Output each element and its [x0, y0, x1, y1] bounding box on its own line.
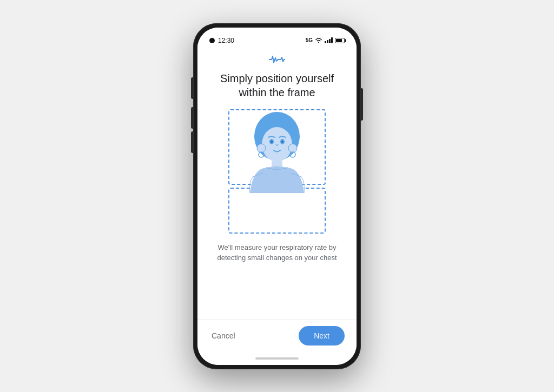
bottom-bar: Cancel Next — [197, 319, 357, 354]
camera-icon — [209, 38, 215, 43]
svg-point-6 — [257, 144, 266, 152]
svg-point-5 — [281, 141, 283, 143]
svg-point-7 — [288, 144, 297, 152]
battery-icon — [335, 38, 345, 43]
svg-point-4 — [271, 141, 273, 143]
status-bar: 12:30 5G — [197, 28, 357, 49]
svg-point-1 — [262, 127, 292, 162]
status-right: 5G — [306, 37, 345, 43]
network-indicator: 5G — [306, 37, 313, 43]
phone-device: 12:30 5G — [193, 23, 361, 369]
screen-content: Simply position yourself within the fram… — [197, 49, 357, 319]
description-text: We'll measure your respiratory rate by d… — [208, 242, 346, 263]
status-left: 12:30 — [209, 37, 234, 44]
phone-screen: 12:30 5G — [197, 28, 357, 365]
illustration-area — [228, 109, 326, 234]
person-illustration — [234, 104, 320, 234]
cancel-button[interactable]: Cancel — [209, 327, 238, 344]
heartrate-icon — [269, 55, 285, 67]
main-title: Simply position yourself within the fram… — [220, 71, 334, 99]
signal-icon — [325, 37, 333, 43]
home-bar — [255, 357, 299, 360]
wifi-icon — [315, 37, 322, 43]
home-indicator — [197, 354, 357, 365]
status-time: 12:30 — [218, 37, 234, 44]
next-button[interactable]: Next — [299, 326, 345, 346]
